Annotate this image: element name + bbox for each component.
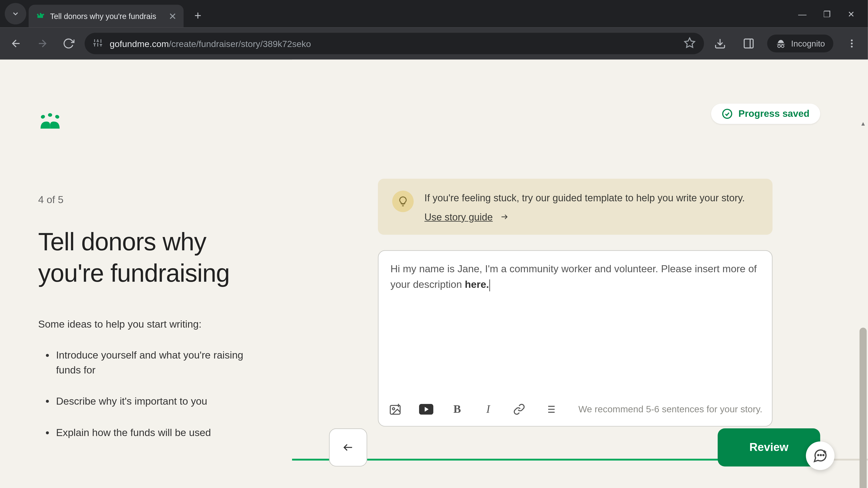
- wizard-sidebar: 4 of 5 Tell donors why you're fundraisin…: [0, 60, 292, 488]
- url-text: gofundme.com/create/fundraiser/story/389…: [110, 38, 311, 48]
- ideas-intro: Some ideas to help you start writing:: [38, 319, 256, 331]
- favicon-gofundme-icon: [36, 11, 45, 21]
- panel-icon: [743, 37, 755, 50]
- lightbulb-icon: [392, 191, 414, 212]
- new-tab-button[interactable]: +: [188, 6, 207, 25]
- chevron-down-icon: [11, 9, 20, 18]
- wizard-main: Progress saved If you're feeling stuck, …: [292, 60, 868, 488]
- browser-tab-active[interactable]: Tell donors why you're fundrais ✕: [29, 5, 184, 27]
- svg-point-25: [48, 113, 52, 117]
- editor-toolbar: B I We recommend 5-6 sentences for your …: [378, 393, 772, 426]
- scroll-up-arrow-icon[interactable]: ▲: [860, 119, 867, 127]
- back-nav-button[interactable]: [6, 33, 26, 54]
- svg-point-22: [851, 43, 852, 44]
- idea-item: Explain how the funds will be used: [56, 426, 247, 441]
- story-editor: Hi my name is Jane, I'm a community work…: [378, 250, 773, 427]
- incognito-label: Incognito: [791, 39, 825, 48]
- close-window-icon[interactable]: ✕: [848, 9, 855, 19]
- arrow-left-icon: [10, 37, 22, 50]
- insert-video-button[interactable]: [419, 402, 433, 416]
- svg-point-43: [820, 455, 822, 456]
- story-text-plain: Hi my name is Jane, I'm a community work…: [391, 263, 757, 291]
- downloads-button[interactable]: [710, 33, 730, 54]
- bold-button[interactable]: B: [450, 402, 464, 416]
- idea-item: Introduce yourself and what you're raisi…: [56, 349, 247, 378]
- review-label: Review: [749, 441, 788, 454]
- svg-point-2: [42, 14, 44, 15]
- story-textarea[interactable]: Hi my name is Jane, I'm a community work…: [378, 251, 772, 393]
- arrow-right-icon: [499, 213, 509, 221]
- italic-button[interactable]: I: [481, 402, 495, 416]
- window-controls: — ❐ ✕: [798, 9, 868, 27]
- checkmark-circle-icon: [722, 108, 733, 119]
- svg-point-1: [40, 13, 41, 14]
- bullet-list-button[interactable]: [543, 402, 557, 416]
- list-icon: [544, 403, 556, 415]
- forward-nav-button[interactable]: [32, 33, 53, 54]
- maximize-icon[interactable]: ❐: [823, 9, 831, 19]
- text-cursor: [490, 279, 490, 291]
- idea-item: Describe why it's important to you: [56, 394, 247, 409]
- step-indicator: 4 of 5: [38, 194, 256, 206]
- svg-point-23: [851, 46, 852, 47]
- help-chat-button[interactable]: [806, 442, 835, 470]
- use-story-guide-link[interactable]: Use story guide: [425, 211, 509, 223]
- svg-rect-16: [744, 39, 753, 48]
- editor-hint: We recommend 5-6 sentences for your stor…: [579, 404, 763, 415]
- bookmark-star-icon[interactable]: [684, 37, 696, 51]
- address-bar[interactable]: gofundme.com/create/fundraiser/story/389…: [85, 33, 704, 54]
- reload-icon: [63, 37, 74, 50]
- back-button[interactable]: [329, 428, 367, 466]
- chat-sparkle-icon: [812, 448, 828, 464]
- svg-point-19: [781, 45, 784, 47]
- svg-point-44: [823, 455, 824, 456]
- browser-menu-button[interactable]: [842, 33, 862, 54]
- progress-saved-badge: Progress saved: [711, 104, 820, 124]
- image-plus-icon: [389, 403, 402, 416]
- incognito-indicator[interactable]: Incognito: [767, 35, 833, 53]
- page-scrollbar[interactable]: ▲ ▼: [858, 119, 868, 488]
- tab-title: Tell donors why you're fundrais: [50, 11, 156, 21]
- hint-link-label: Use story guide: [425, 211, 493, 223]
- youtube-icon: [419, 404, 433, 415]
- ideas-list: Introduce yourself and what you're raisi…: [38, 349, 256, 441]
- page-heading: Tell donors why you're fundraising: [38, 226, 256, 289]
- svg-point-18: [778, 45, 780, 47]
- review-button[interactable]: Review: [718, 428, 820, 466]
- kebab-icon: [846, 38, 857, 49]
- svg-point-24: [40, 114, 45, 119]
- progress-saved-label: Progress saved: [739, 108, 809, 119]
- hint-text: If you're feeling stuck, try our guided …: [425, 191, 745, 205]
- tab-close-icon[interactable]: ✕: [168, 10, 176, 22]
- minimize-icon[interactable]: —: [798, 9, 807, 19]
- arrow-left-icon: [340, 442, 356, 453]
- svg-point-30: [393, 408, 395, 410]
- insert-link-button[interactable]: [512, 402, 526, 416]
- scroll-thumb[interactable]: [860, 328, 867, 488]
- svg-point-26: [55, 114, 60, 119]
- insert-image-button[interactable]: [388, 402, 402, 416]
- arrow-right-icon: [36, 37, 49, 50]
- gofundme-logo-icon[interactable]: [38, 113, 62, 129]
- browser-toolbar: gofundme.com/create/fundraiser/story/389…: [0, 27, 868, 59]
- svg-marker-14: [685, 38, 694, 47]
- svg-point-42: [818, 455, 819, 456]
- tab-search-dropdown[interactable]: [5, 3, 26, 24]
- download-icon: [714, 37, 726, 50]
- reload-button[interactable]: [58, 33, 79, 54]
- browser-titlebar: Tell donors why you're fundrais ✕ + — ❐ …: [0, 0, 868, 27]
- sidepanel-button[interactable]: [739, 33, 759, 54]
- page-content: 4 of 5 Tell donors why you're fundraisin…: [0, 60, 868, 488]
- incognito-icon: [776, 38, 786, 49]
- svg-point-21: [851, 39, 852, 41]
- link-icon: [513, 403, 525, 415]
- svg-point-27: [723, 109, 732, 119]
- story-guide-hint: If you're feeling stuck, try our guided …: [378, 179, 773, 234]
- story-text-bold: here.: [465, 279, 489, 290]
- svg-point-0: [37, 14, 38, 15]
- site-settings-icon[interactable]: [93, 38, 102, 49]
